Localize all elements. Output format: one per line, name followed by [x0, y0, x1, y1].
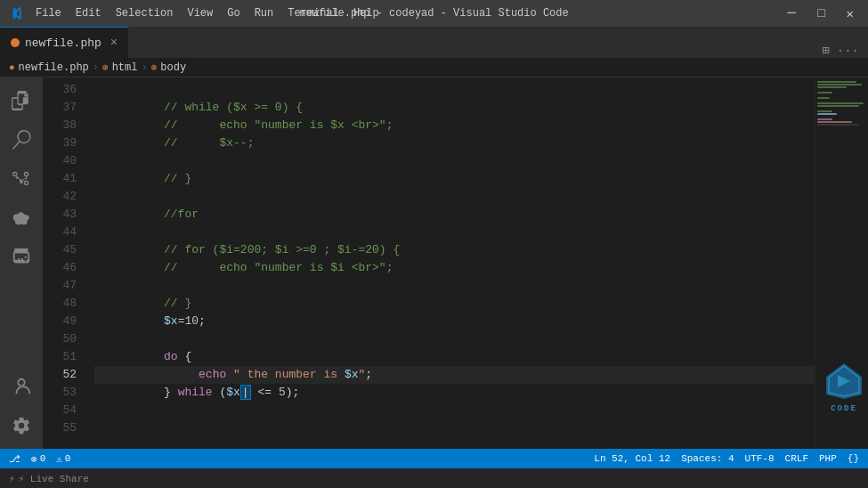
breadcrumb-html[interactable]: html — [112, 61, 138, 74]
string-51: " the number is — [226, 368, 345, 381]
comment-38: // $x--; — [164, 136, 254, 150]
status-left: ⎇ ⊗ 0 ⚠ 0 — [9, 453, 70, 465]
line-num-40: 40 — [43, 152, 87, 170]
status-eol[interactable]: CRLF — [785, 453, 808, 464]
menu-go[interactable]: Go — [222, 5, 245, 21]
minimize-button[interactable]: ─ — [783, 4, 802, 23]
vscode-logo-icon — [9, 6, 23, 20]
files-icon — [12, 91, 31, 110]
line-num-36: 36 — [43, 81, 87, 99]
comment-37: // echo "number is $x <br>"; — [164, 118, 393, 132]
status-language[interactable]: PHP — [819, 453, 837, 464]
var-x-48: $x — [164, 314, 178, 328]
code-line-43 — [94, 206, 815, 224]
live-share-button[interactable]: ⚡ ⚡ Live Share — [9, 473, 89, 484]
num-5: 5 — [279, 386, 286, 399]
minimap-line — [817, 86, 847, 88]
status-spaces[interactable]: Spaces: 4 — [681, 453, 734, 464]
status-errors[interactable]: ⊗ 0 — [31, 453, 45, 465]
minimap-line — [817, 84, 862, 85]
more-actions-icon[interactable]: ··· — [837, 44, 859, 58]
main-content: 36 37 38 39 40 41 42 43 44 45 46 47 48 4… — [0, 77, 868, 449]
status-encoding[interactable]: UTF-8 — [745, 453, 775, 464]
status-ln-col[interactable]: Ln 52, Col 12 — [594, 453, 670, 464]
code-line-55 — [94, 419, 815, 437]
activity-search[interactable] — [5, 124, 37, 156]
minimap-line — [817, 124, 859, 126]
code-line-47: // } — [94, 277, 815, 295]
breadcrumb-file[interactable]: newfile.php — [19, 61, 89, 74]
line-num-48: 48 — [43, 295, 87, 313]
php-file-icon — [11, 38, 20, 47]
line-num-55: 55 — [43, 419, 87, 437]
tab-newfile-php[interactable]: newfile.php × — [0, 27, 128, 58]
code-line-44: // for ($i=200; $i >=0 ; $i-=20) { — [94, 224, 815, 241]
status-warnings[interactable]: ⚠ 0 — [56, 453, 70, 465]
activity-source-control[interactable] — [5, 163, 37, 195]
bottom-bar: ⚡ ⚡ Live Share — [0, 468, 868, 488]
keyword-while-52: while — [178, 386, 213, 399]
comment-45: // echo "number is $i <br>"; — [164, 261, 393, 274]
line-num-50: 50 — [43, 330, 87, 348]
tab-bar: newfile.php × ⊞ ··· — [0, 27, 868, 58]
menu-selection[interactable]: Selection — [110, 5, 179, 21]
minimap-line — [817, 110, 832, 112]
branch-icon: ⎇ — [9, 453, 20, 465]
status-right: Ln 52, Col 12 Spaces: 4 UTF-8 CRLF PHP {… — [594, 453, 859, 464]
line-num-53: 53 — [43, 384, 87, 402]
activity-run-debug[interactable] — [5, 202, 37, 234]
minimap-line — [817, 97, 830, 99]
codeyad-watermark: CODE — [822, 359, 866, 413]
debug-icon — [12, 208, 31, 228]
code-line-40: // } — [94, 152, 815, 170]
keyword-echo: echo — [199, 368, 226, 381]
code-content[interactable]: // while ($x >= 0) { // echo "number is … — [87, 77, 815, 449]
code-line-51: echo " the number is $x"; — [94, 348, 815, 366]
close-button[interactable]: ✕ — [841, 4, 859, 23]
code-line-54 — [94, 402, 815, 419]
comment-42: //for — [164, 207, 199, 221]
activity-explorer[interactable] — [5, 85, 37, 117]
activity-account[interactable] — [5, 370, 37, 403]
split-editor-icon[interactable]: ⊞ — [822, 43, 829, 58]
search-icon — [12, 130, 31, 150]
menu-view[interactable]: View — [182, 5, 218, 21]
line-num-49: 49 — [43, 313, 87, 330]
line-num-46: 46 — [43, 259, 87, 277]
minimap-line — [817, 121, 852, 123]
minimap-line — [817, 113, 837, 115]
minimap: CODE — [815, 77, 868, 449]
settings-icon — [12, 416, 31, 435]
tab-close-button[interactable]: × — [110, 36, 118, 50]
comment-36: // while ($x >= 0) { — [164, 101, 303, 114]
extensions-icon — [12, 248, 31, 267]
breadcrumb-html-icon: ⊛ — [102, 61, 109, 73]
maximize-button[interactable]: □ — [812, 4, 830, 22]
warning-icon: ⚠ — [56, 453, 62, 465]
comment-47: // } — [164, 297, 191, 310]
error-icon: ⊗ — [31, 453, 37, 465]
editor-area: 36 37 38 39 40 41 42 43 44 45 46 47 48 4… — [43, 77, 868, 449]
editor-wrapper[interactable]: 36 37 38 39 40 41 42 43 44 45 46 47 48 4… — [43, 77, 868, 449]
line-num-51: 51 — [43, 348, 87, 366]
minimap-line — [817, 81, 856, 83]
activity-extensions[interactable] — [5, 241, 37, 273]
source-control-icon — [12, 169, 31, 189]
line-num-43: 43 — [43, 206, 87, 224]
breadcrumb-body[interactable]: body — [160, 61, 186, 74]
activity-settings[interactable] — [5, 410, 37, 442]
code-line-50: do { — [94, 330, 815, 348]
menu-file[interactable]: File — [30, 5, 67, 21]
activity-bar-bottom — [5, 370, 37, 449]
status-branch[interactable]: ⎇ — [9, 453, 20, 465]
line-num-38: 38 — [43, 117, 87, 134]
menu-run[interactable]: Run — [249, 5, 280, 21]
num-10: 10 — [184, 314, 199, 328]
line-num-42: 42 — [43, 188, 87, 206]
code-line-48: $x=10; — [94, 295, 815, 313]
line-numbers: 36 37 38 39 40 41 42 43 44 45 46 47 48 4… — [43, 77, 87, 449]
menu-edit[interactable]: Edit — [70, 5, 107, 21]
status-format[interactable]: {} — [848, 453, 859, 464]
line-num-44: 44 — [43, 224, 87, 241]
breadcrumb-file-icon: ● — [9, 62, 15, 73]
